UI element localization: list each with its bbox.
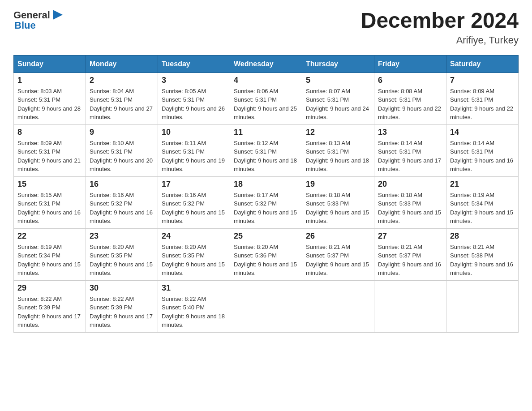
page-title: December 2024 <box>361 9 519 33</box>
calendar-cell <box>446 280 519 332</box>
calendar-cell: 17Sunrise: 8:16 AMSunset: 5:32 PMDayligh… <box>158 176 230 228</box>
day-info: Sunrise: 8:20 AMSunset: 5:36 PMDaylight:… <box>234 243 298 278</box>
day-info: Sunrise: 8:13 AMSunset: 5:31 PMDaylight:… <box>306 139 370 174</box>
day-number: 18 <box>234 180 298 189</box>
logo-arrow-icon <box>51 8 64 21</box>
weekday-row: SundayMondayTuesdayWednesdayThursdayFrid… <box>14 55 519 73</box>
day-info: Sunrise: 8:16 AMSunset: 5:32 PMDaylight:… <box>90 191 154 226</box>
day-number: 28 <box>450 231 515 241</box>
day-number: 22 <box>17 231 82 241</box>
day-number: 1 <box>17 76 82 85</box>
day-info: Sunrise: 8:21 AMSunset: 5:37 PMDaylight:… <box>306 243 370 278</box>
day-number: 25 <box>234 231 298 241</box>
day-number: 15 <box>17 180 82 189</box>
weekday-header-saturday: Saturday <box>446 55 519 73</box>
day-info: Sunrise: 8:09 AMSunset: 5:31 PMDaylight:… <box>450 87 515 122</box>
calendar-cell: 13Sunrise: 8:14 AMSunset: 5:31 PMDayligh… <box>374 124 446 176</box>
svg-marker-0 <box>53 10 63 20</box>
calendar-cell: 27Sunrise: 8:21 AMSunset: 5:37 PMDayligh… <box>374 228 446 280</box>
calendar-cell <box>230 280 302 332</box>
day-info: Sunrise: 8:22 AMSunset: 5:39 PMDaylight:… <box>17 295 82 330</box>
day-number: 16 <box>90 180 154 189</box>
day-info: Sunrise: 8:07 AMSunset: 5:31 PMDaylight:… <box>306 87 370 122</box>
day-info: Sunrise: 8:14 AMSunset: 5:31 PMDaylight:… <box>378 139 442 174</box>
calendar-cell: 25Sunrise: 8:20 AMSunset: 5:36 PMDayligh… <box>230 228 302 280</box>
calendar-cell <box>374 280 446 332</box>
calendar-cell: 7Sunrise: 8:09 AMSunset: 5:31 PMDaylight… <box>446 73 519 124</box>
weekday-header-monday: Monday <box>86 55 158 73</box>
calendar-cell: 4Sunrise: 8:06 AMSunset: 5:31 PMDaylight… <box>230 73 302 124</box>
day-number: 30 <box>90 283 154 293</box>
day-info: Sunrise: 8:18 AMSunset: 5:33 PMDaylight:… <box>306 191 370 226</box>
day-number: 3 <box>162 76 226 85</box>
day-number: 11 <box>234 128 298 137</box>
calendar-cell <box>302 280 374 332</box>
day-number: 21 <box>450 180 515 189</box>
day-number: 20 <box>378 180 442 189</box>
logo-blue-text: Blue <box>14 20 36 31</box>
calendar-cell: 28Sunrise: 8:21 AMSunset: 5:38 PMDayligh… <box>446 228 519 280</box>
logo: General Blue <box>13 9 64 31</box>
day-info: Sunrise: 8:10 AMSunset: 5:31 PMDaylight:… <box>90 139 154 174</box>
calendar-week-3: 15Sunrise: 8:15 AMSunset: 5:31 PMDayligh… <box>14 176 519 228</box>
day-info: Sunrise: 8:20 AMSunset: 5:35 PMDaylight:… <box>90 243 154 278</box>
calendar-cell: 19Sunrise: 8:18 AMSunset: 5:33 PMDayligh… <box>302 176 374 228</box>
weekday-header-friday: Friday <box>374 55 446 73</box>
weekday-header-sunday: Sunday <box>14 55 86 73</box>
day-number: 4 <box>234 76 298 85</box>
calendar-cell: 21Sunrise: 8:19 AMSunset: 5:34 PMDayligh… <box>446 176 519 228</box>
day-number: 23 <box>90 231 154 241</box>
day-info: Sunrise: 8:15 AMSunset: 5:31 PMDaylight:… <box>17 191 82 226</box>
calendar-week-2: 8Sunrise: 8:09 AMSunset: 5:31 PMDaylight… <box>14 124 519 176</box>
day-info: Sunrise: 8:03 AMSunset: 5:31 PMDaylight:… <box>17 87 82 122</box>
calendar-table: SundayMondayTuesdayWednesdayThursdayFrid… <box>13 55 519 333</box>
day-number: 8 <box>17 128 82 137</box>
calendar-cell: 14Sunrise: 8:14 AMSunset: 5:31 PMDayligh… <box>446 124 519 176</box>
calendar-cell: 8Sunrise: 8:09 AMSunset: 5:31 PMDaylight… <box>14 124 86 176</box>
calendar-cell: 9Sunrise: 8:10 AMSunset: 5:31 PMDaylight… <box>86 124 158 176</box>
calendar-week-1: 1Sunrise: 8:03 AMSunset: 5:31 PMDaylight… <box>14 73 519 124</box>
day-number: 31 <box>162 283 226 293</box>
day-number: 10 <box>162 128 226 137</box>
day-info: Sunrise: 8:21 AMSunset: 5:38 PMDaylight:… <box>450 243 515 278</box>
calendar-cell: 11Sunrise: 8:12 AMSunset: 5:31 PMDayligh… <box>230 124 302 176</box>
day-number: 9 <box>90 128 154 137</box>
day-info: Sunrise: 8:18 AMSunset: 5:33 PMDaylight:… <box>378 191 442 226</box>
calendar-cell: 18Sunrise: 8:17 AMSunset: 5:32 PMDayligh… <box>230 176 302 228</box>
calendar-cell: 26Sunrise: 8:21 AMSunset: 5:37 PMDayligh… <box>302 228 374 280</box>
day-number: 7 <box>450 76 515 85</box>
day-info: Sunrise: 8:22 AMSunset: 5:40 PMDaylight:… <box>162 295 226 330</box>
calendar-cell: 15Sunrise: 8:15 AMSunset: 5:31 PMDayligh… <box>14 176 86 228</box>
day-info: Sunrise: 8:22 AMSunset: 5:39 PMDaylight:… <box>90 295 154 330</box>
day-info: Sunrise: 8:14 AMSunset: 5:31 PMDaylight:… <box>450 139 515 174</box>
day-info: Sunrise: 8:20 AMSunset: 5:35 PMDaylight:… <box>162 243 226 278</box>
day-number: 19 <box>306 180 370 189</box>
day-number: 29 <box>17 283 82 293</box>
title-block: December 2024 Arifiye, Turkey <box>361 9 519 46</box>
day-number: 27 <box>378 231 442 241</box>
weekday-header-tuesday: Tuesday <box>158 55 230 73</box>
page-subtitle: Arifiye, Turkey <box>361 34 519 46</box>
day-info: Sunrise: 8:04 AMSunset: 5:31 PMDaylight:… <box>90 87 154 122</box>
day-number: 17 <box>162 180 226 189</box>
calendar-cell: 5Sunrise: 8:07 AMSunset: 5:31 PMDaylight… <box>302 73 374 124</box>
day-number: 5 <box>306 76 370 85</box>
calendar-cell: 23Sunrise: 8:20 AMSunset: 5:35 PMDayligh… <box>86 228 158 280</box>
day-info: Sunrise: 8:21 AMSunset: 5:37 PMDaylight:… <box>378 243 442 278</box>
calendar-week-4: 22Sunrise: 8:19 AMSunset: 5:34 PMDayligh… <box>14 228 519 280</box>
calendar-cell: 12Sunrise: 8:13 AMSunset: 5:31 PMDayligh… <box>302 124 374 176</box>
day-info: Sunrise: 8:16 AMSunset: 5:32 PMDaylight:… <box>162 191 226 226</box>
calendar-cell: 2Sunrise: 8:04 AMSunset: 5:31 PMDaylight… <box>86 73 158 124</box>
calendar-cell: 31Sunrise: 8:22 AMSunset: 5:40 PMDayligh… <box>158 280 230 332</box>
calendar-cell: 1Sunrise: 8:03 AMSunset: 5:31 PMDaylight… <box>14 73 86 124</box>
weekday-header-wednesday: Wednesday <box>230 55 302 73</box>
calendar-cell: 22Sunrise: 8:19 AMSunset: 5:34 PMDayligh… <box>14 228 86 280</box>
calendar-cell: 3Sunrise: 8:05 AMSunset: 5:31 PMDaylight… <box>158 73 230 124</box>
calendar-cell: 20Sunrise: 8:18 AMSunset: 5:33 PMDayligh… <box>374 176 446 228</box>
calendar-cell: 30Sunrise: 8:22 AMSunset: 5:39 PMDayligh… <box>86 280 158 332</box>
day-info: Sunrise: 8:17 AMSunset: 5:32 PMDaylight:… <box>234 191 298 226</box>
page-header: General Blue December 2024 Arifiye, Turk… <box>13 9 519 46</box>
day-number: 12 <box>306 128 370 137</box>
day-number: 14 <box>450 128 515 137</box>
day-info: Sunrise: 8:12 AMSunset: 5:31 PMDaylight:… <box>234 139 298 174</box>
